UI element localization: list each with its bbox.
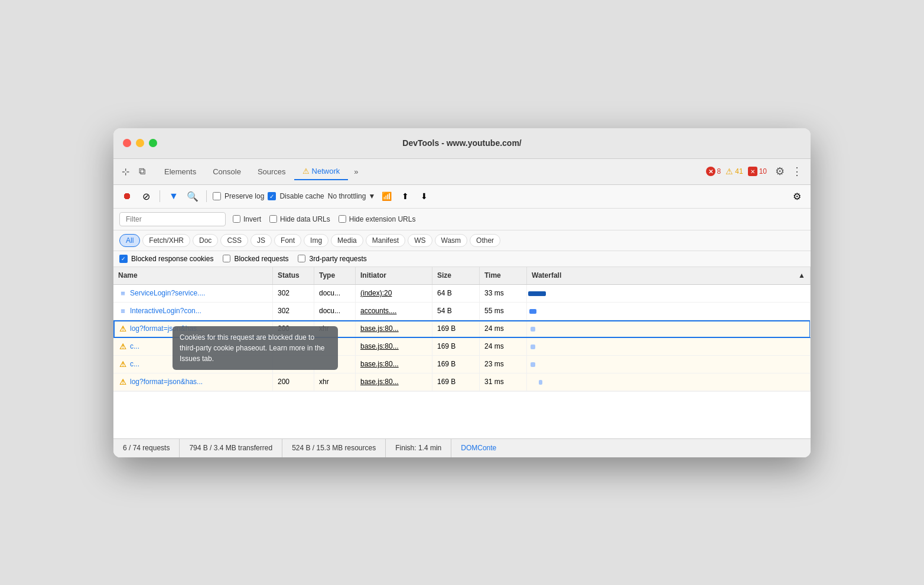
table-row[interactable]: ⚠ c... base.js:80... 169 B 24 ms	[113, 338, 811, 356]
td-type-5: xhr	[314, 373, 356, 391]
tab-elements[interactable]: Elements	[156, 164, 204, 180]
tab-network[interactable]: ⚠Network	[294, 163, 349, 180]
doc-icon: ≡	[118, 288, 128, 298]
type-btn-manifest[interactable]: Manifest	[366, 234, 405, 247]
transferred-size: 794 B / 3.4 MB transferred	[180, 439, 282, 457]
err2-badge[interactable]: ✕ 10	[748, 167, 767, 176]
td-waterfall-0	[527, 285, 811, 302]
th-size[interactable]: Size	[432, 267, 480, 284]
td-size-4: 169 B	[432, 356, 480, 373]
td-name-5: ⚠ log?format=json&has...	[113, 373, 273, 391]
type-btn-doc[interactable]: Doc	[193, 234, 218, 247]
table-row[interactable]: ⚠ log?format=json&has... 200 xhr base.js…	[113, 320, 811, 338]
invert-checkbox[interactable]	[233, 215, 240, 223]
preserve-log-checkbox[interactable]	[213, 192, 221, 200]
third-party-checkbox[interactable]	[298, 255, 305, 262]
blocked-cookies-checkbox-icon[interactable]: ✓	[119, 255, 128, 263]
upload-icon[interactable]: ⬆	[398, 188, 413, 204]
td-name-1: ≡ InteractiveLogin?con...	[113, 303, 273, 320]
td-status-5: 200	[273, 373, 314, 391]
hide-ext-urls-checkbox[interactable]	[339, 215, 346, 223]
td-time-3: 24 ms	[480, 338, 527, 355]
minimize-button[interactable]	[136, 139, 144, 147]
wifi-icon[interactable]: 📶	[379, 188, 394, 204]
type-btn-ws[interactable]: WS	[408, 234, 432, 247]
throttle-select[interactable]: No throttling ▼	[328, 192, 376, 200]
td-initiator-5: base.js:80...	[356, 373, 432, 391]
td-name-3: ⚠ c...	[113, 338, 273, 355]
td-name-4: ⚠ c...	[113, 356, 273, 373]
td-waterfall-3	[527, 338, 811, 355]
hide-ext-urls-check[interactable]: Hide extension URLs	[339, 215, 416, 223]
error-x-icon: ✕	[706, 167, 715, 176]
device-icon[interactable]: ⧉	[135, 164, 149, 178]
hide-data-urls-checkbox[interactable]	[269, 215, 277, 223]
td-initiator-4: base.js:80...	[356, 356, 432, 373]
type-btn-all[interactable]: All	[119, 234, 140, 247]
type-btn-font[interactable]: Font	[274, 234, 301, 247]
type-btn-fetch-xhr[interactable]: Fetch/XHR	[142, 234, 190, 247]
th-waterfall[interactable]: Waterfall ▲	[527, 267, 811, 284]
clear-button[interactable]: ⊘	[138, 188, 154, 204]
table-header: Name Status Type Initiator Size Time Wat…	[113, 267, 811, 285]
maximize-button[interactable]	[149, 139, 157, 147]
blocked-response-cookies-check[interactable]: ✓ Blocked response cookies	[119, 255, 213, 263]
filter-button[interactable]: ▼	[166, 188, 181, 204]
table-row[interactable]: ⚠ log?format=json&has... 200 xhr base.js…	[113, 373, 811, 391]
th-initiator[interactable]: Initiator	[356, 267, 432, 284]
table-row[interactable]: ≡ ServiceLogin?service.... 302 docu... (…	[113, 285, 811, 303]
preserve-log-label[interactable]: Preserve log	[213, 192, 264, 200]
more-options-icon[interactable]: ⋮	[788, 162, 806, 180]
window-title: DevTools - www.youtube.com/	[402, 138, 521, 148]
td-type-3	[314, 338, 356, 355]
network-settings-icon[interactable]: ⚙	[789, 188, 805, 204]
type-btn-media[interactable]: Media	[331, 234, 363, 247]
third-party-requests-check[interactable]: 3rd-party requests	[298, 255, 366, 263]
td-type-4	[314, 356, 356, 373]
type-btn-css[interactable]: CSS	[220, 234, 248, 247]
disable-cache-checkbox[interactable]: ✓	[268, 192, 276, 200]
td-type-1: docu...	[314, 303, 356, 320]
type-btn-js[interactable]: JS	[250, 234, 272, 247]
td-status-1: 302	[273, 303, 314, 320]
td-name-0: ≡ ServiceLogin?service....	[113, 285, 273, 302]
blocked-requests-check[interactable]: Blocked requests	[223, 255, 288, 263]
error-badge[interactable]: ✕ 8	[706, 167, 721, 176]
tab-more-button[interactable]: »	[348, 164, 364, 180]
table-row[interactable]: ⚠ c... base.js:80... 169 B 23 ms	[113, 356, 811, 373]
blocked-requests-checkbox[interactable]	[223, 255, 230, 262]
record-button[interactable]: ⏺	[119, 188, 135, 204]
td-waterfall-5	[527, 373, 811, 391]
td-status-0: 302	[273, 285, 314, 302]
td-status-3	[273, 338, 314, 355]
titlebar: DevTools - www.youtube.com/	[113, 128, 811, 159]
th-type[interactable]: Type	[314, 267, 356, 284]
table-row[interactable]: ≡ InteractiveLogin?con... 302 docu... ac…	[113, 303, 811, 320]
td-waterfall-4	[527, 356, 811, 373]
warning-icon: ⚠	[118, 359, 128, 369]
th-status[interactable]: Status	[273, 267, 314, 284]
warn-badge[interactable]: ⚠ 41	[725, 167, 743, 176]
inspect-icon[interactable]: ⊹	[118, 164, 132, 178]
network-toolbar: ⏺ ⊘ ▼ 🔍 Preserve log ✓ Disable cache No …	[113, 185, 811, 209]
search-button[interactable]: 🔍	[185, 188, 200, 204]
close-button[interactable]	[123, 139, 131, 147]
type-btn-img[interactable]: Img	[304, 234, 328, 247]
warning-icon: ⚠	[118, 377, 128, 386]
traffic-lights	[123, 139, 157, 147]
settings-icon[interactable]: ⚙	[772, 162, 788, 180]
filter-input[interactable]	[119, 212, 226, 226]
td-type-0: docu...	[314, 285, 356, 302]
type-btn-wasm[interactable]: Wasm	[435, 234, 468, 247]
type-btn-other[interactable]: Other	[470, 234, 500, 247]
th-name[interactable]: Name	[113, 267, 273, 284]
disable-cache-label[interactable]: ✓ Disable cache	[268, 192, 324, 200]
tab-console[interactable]: Console	[204, 164, 249, 180]
filter-bar: Invert Hide data URLs Hide extension URL…	[113, 209, 811, 230]
invert-check[interactable]: Invert	[233, 215, 261, 223]
hide-data-urls-check[interactable]: Hide data URLs	[269, 215, 330, 223]
download-icon[interactable]: ⬇	[417, 188, 432, 204]
td-initiator-2: base.js:80...	[356, 320, 432, 337]
th-time[interactable]: Time	[480, 267, 527, 284]
tab-sources[interactable]: Sources	[249, 164, 294, 180]
